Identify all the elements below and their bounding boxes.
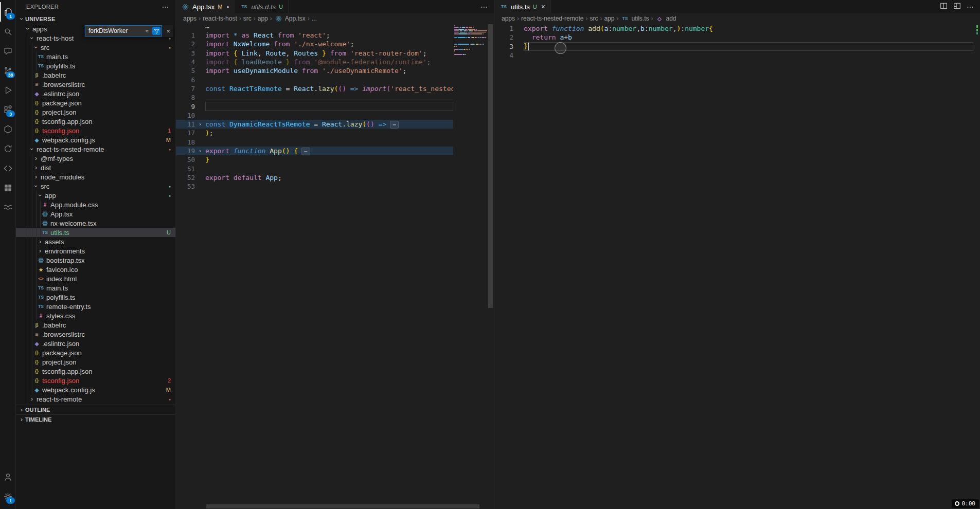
folded-code-ellipsis[interactable]: ⋯ — [301, 148, 310, 155]
tree-folder-src[interactable]: ›src● — [16, 43, 175, 52]
scrollbar-thumb[interactable] — [488, 24, 493, 308]
breadcrumb-item-app[interactable]: app — [604, 15, 614, 22]
tree-folder-environments[interactable]: ›environments — [16, 246, 175, 256]
tree-file-.eslintrc.json[interactable]: ◆.eslintrc.json — [16, 339, 175, 348]
tree-file-styles.css[interactable]: #styles.css — [16, 311, 175, 320]
breadcrumb-item-App.tsx[interactable]: App.tsx — [274, 15, 306, 22]
tree-file-tsconfig.app.json[interactable]: {}tsconfig.app.json — [16, 367, 175, 376]
code-line-8[interactable]: 8 — [176, 93, 453, 102]
tree-file-webpack.config.js[interactable]: ◈webpack.config.jsM — [16, 385, 175, 394]
code-line-3[interactable]: 3} — [494, 42, 973, 51]
tree-file-project.json[interactable]: {}project.json — [16, 107, 175, 117]
chat-icon[interactable] — [0, 41, 15, 61]
tree-file-.browserslistrc[interactable]: ≡.browserslistrc — [16, 80, 175, 89]
breadcrumb-item-apps[interactable]: apps — [502, 15, 515, 22]
accounts-icon[interactable] — [0, 467, 15, 486]
tree-folder-react-ts-nested-remote[interactable]: ›react-ts-nested-remote● — [16, 144, 175, 154]
tree-file-nx-welcome.tsx[interactable]: nx-welcome.tsx — [16, 219, 175, 228]
code-line-4[interactable]: 4import { loadRemote } from '@module-fed… — [176, 58, 453, 66]
tree-file-main.ts[interactable]: TSmain.ts — [16, 52, 175, 61]
code-line-1[interactable]: 1export function add(a:number,b:number,)… — [494, 24, 973, 33]
references-icon[interactable] — [0, 158, 15, 178]
folded-code-ellipsis[interactable]: ⋯ — [390, 121, 399, 129]
code-line-51[interactable]: 51 — [176, 164, 453, 173]
source-control-icon[interactable]: 38 — [0, 61, 15, 80]
code-area-left[interactable]: ⋯1import * as React from 'react';2import… — [176, 24, 494, 509]
tree-find-input[interactable]: forkDtsWorker ≈ — [85, 25, 162, 37]
outline-section-header[interactable]: › OUTLINE — [16, 405, 175, 414]
tree-folder-dist[interactable]: ›dist — [16, 163, 175, 172]
tree-file-remote-entry.ts[interactable]: TSremote-entry.ts — [16, 302, 175, 311]
minimap[interactable] — [453, 24, 487, 509]
code-line-19[interactable]: 19›export function App() {⋯ — [176, 147, 453, 155]
tree-file-favicon.ico[interactable]: ★favicon.ico — [16, 265, 175, 274]
tree-file-utils.ts[interactable]: TSutils.tsU — [16, 228, 175, 237]
tree-file-tsconfig.json[interactable]: {}tsconfig.json1 — [16, 126, 175, 135]
tree-folder-assets[interactable]: ›assets — [16, 237, 175, 246]
explorer-more-actions-icon[interactable]: ⋯ — [162, 4, 169, 9]
code-line-1[interactable]: 1import * as React from 'react'; — [176, 31, 453, 40]
breadcrumb-item-add[interactable]: ◇add — [655, 15, 676, 22]
tree-file-polyfills.ts[interactable]: TSpolyfills.ts — [16, 293, 175, 302]
tree-file-webpack.config.js[interactable]: ◈webpack.config.jsM — [16, 135, 175, 144]
extensions-icon[interactable]: 3 — [0, 100, 15, 119]
tree-folder-app[interactable]: ›app● — [16, 191, 175, 200]
code-line-7[interactable]: 7const ReactTsRemote = React.lazy(() => … — [176, 84, 453, 93]
fold-chevron-icon[interactable]: › — [195, 121, 205, 128]
split-editor-icon[interactable] — [940, 2, 948, 12]
tree-file-.babelrc[interactable]: β.babelrc — [16, 320, 175, 330]
code-line-6[interactable]: 6 — [176, 75, 453, 84]
code-line-50[interactable]: 50} — [176, 155, 453, 164]
fuzzy-match-icon[interactable]: ≈ — [143, 27, 151, 35]
code-line-52[interactable]: 52export default App; — [176, 173, 453, 182]
breadcrumb-item-src[interactable]: src — [590, 15, 598, 22]
breadcrumb-item-apps[interactable]: apps — [183, 15, 197, 22]
tree-file-bootstrap.tsx[interactable]: bootstrap.tsx — [16, 256, 175, 265]
tree-file-main.ts[interactable]: TSmain.ts — [16, 283, 175, 293]
workspace-section-header[interactable]: › UNIVERSE — [16, 13, 175, 24]
custom-grid-view-icon[interactable] — [0, 178, 15, 197]
code-line-4[interactable]: 4 — [494, 51, 973, 60]
timeline-section-header[interactable]: › TIMELINE — [16, 414, 175, 424]
breadcrumb-item-...[interactable]: ... — [312, 15, 317, 22]
tree-file-tsconfig.app.json[interactable]: {}tsconfig.app.json — [16, 117, 175, 126]
code-line-17[interactable]: 17); — [176, 129, 453, 137]
nx-console-icon[interactable] — [0, 119, 15, 139]
dirty-indicator-icon[interactable]: ● — [227, 5, 229, 9]
tree-folder-react-ts-remote[interactable]: ›react-ts-remote● — [16, 394, 175, 404]
code-line[interactable]: ⋯ — [176, 24, 453, 31]
tree-file-.browserslistrc[interactable]: ≡.browserslistrc — [16, 330, 175, 339]
tab-utils.ts[interactable]: TSutils.tsU× — [494, 0, 551, 13]
breadcrumb-item-src[interactable]: src — [243, 15, 252, 22]
explorer-icon[interactable]: 1 — [0, 2, 15, 22]
code-line-53[interactable]: 53 — [176, 182, 453, 191]
search-icon[interactable] — [0, 22, 15, 41]
tree-file-project.json[interactable]: {}project.json — [16, 357, 175, 367]
tree-file-polyfills.ts[interactable]: TSpolyfills.ts — [16, 61, 175, 70]
more-actions-icon[interactable]: ⋯ — [480, 2, 488, 11]
tree-file-App.module.css[interactable]: #App.module.css — [16, 200, 175, 209]
tree-file-package.json[interactable]: {}package.json — [16, 348, 175, 357]
tree-file-tsconfig.json[interactable]: {}tsconfig.json2 — [16, 376, 175, 385]
tree-file-.babelrc[interactable]: β.babelrc — [16, 70, 175, 80]
remote-explorer-icon[interactable] — [0, 139, 15, 158]
horizontal-scrollbar[interactable] — [206, 504, 479, 508]
code-line-11[interactable]: 11›const DynamicReactTsRemote = React.la… — [176, 120, 453, 129]
code-line-2[interactable]: 2import NxWelcome from './nx-welcome'; — [176, 40, 453, 48]
tree-file-App.tsx[interactable]: App.tsx — [16, 209, 175, 219]
breadcrumb-item-app[interactable]: app — [258, 15, 268, 22]
settings-icon[interactable]: 1 — [0, 486, 15, 506]
code-line-5[interactable]: 5import useDynamicModule from './useDyna… — [176, 66, 453, 75]
tree-file-index.html[interactable]: <>index.html — [16, 274, 175, 283]
fold-chevron-icon[interactable]: › — [195, 148, 205, 154]
vertical-scrollbar[interactable] — [487, 24, 494, 509]
customize-layout-icon[interactable] — [953, 2, 961, 12]
tree-file-.eslintrc.json[interactable]: ◆.eslintrc.json — [16, 89, 175, 98]
code-line-10[interactable]: 10 — [176, 111, 453, 120]
code-line-18[interactable]: 18 — [176, 138, 453, 147]
breadcrumb-item-utils.ts[interactable]: TSutils.ts — [620, 15, 649, 22]
more-actions-icon[interactable]: ⋯ — [967, 2, 974, 11]
code-line-2[interactable]: 2 return a+b — [494, 33, 973, 42]
code-line-3[interactable]: 3import { Link, Route, Routes } from 're… — [176, 49, 453, 58]
breadcrumb-item-react-ts-host[interactable]: react-ts-host — [203, 15, 237, 22]
